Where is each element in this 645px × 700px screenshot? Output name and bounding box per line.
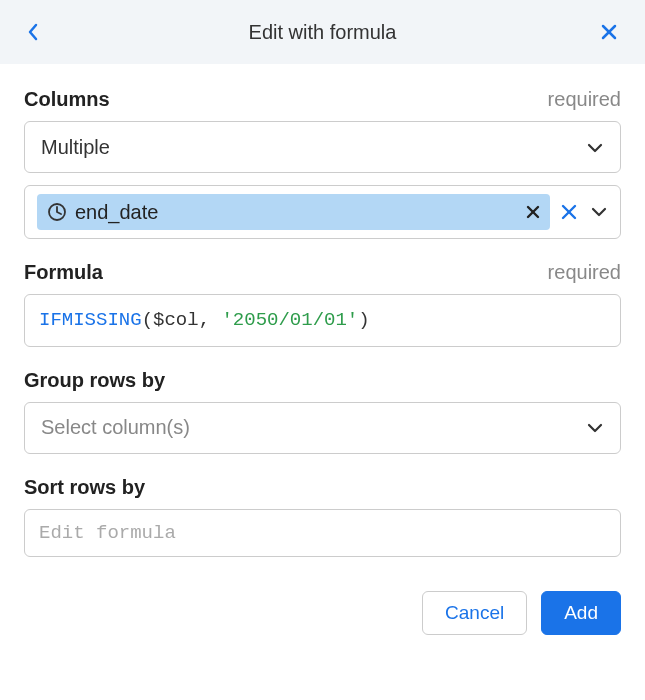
chevron-down-icon: [586, 416, 604, 439]
group-label: Group rows by: [24, 369, 165, 392]
close-button[interactable]: [599, 22, 619, 42]
sort-editor-wrapper: [24, 509, 621, 557]
formula-label: Formula: [24, 261, 103, 284]
column-chip-label: end_date: [75, 201, 518, 224]
formula-editor[interactable]: IFMISSING($col, '2050/01/01'): [24, 294, 621, 347]
token-string: '2050/01/01': [221, 309, 358, 331]
chevron-down-icon: [590, 206, 608, 218]
sort-section: Sort rows by: [24, 476, 621, 557]
dialog-header: Edit with formula: [0, 0, 645, 64]
formula-section: Formula required IFMISSING($col, '2050/0…: [24, 261, 621, 347]
close-icon: [599, 22, 619, 42]
chip-remove-button[interactable]: [526, 205, 540, 219]
clear-selection-button[interactable]: [560, 203, 578, 221]
columns-chip-input[interactable]: end_date: [24, 185, 621, 239]
token-function: IFMISSING: [39, 309, 142, 331]
columns-required: required: [548, 88, 621, 111]
columns-mode-select[interactable]: Multiple: [24, 121, 621, 173]
close-icon: [526, 205, 540, 219]
token-paren-close: ): [358, 309, 369, 331]
columns-dropdown-toggle[interactable]: [590, 206, 608, 218]
clock-icon: [47, 202, 67, 222]
back-button[interactable]: [26, 21, 40, 43]
close-icon: [560, 203, 578, 221]
group-placeholder: Select column(s): [41, 416, 190, 439]
chevron-down-icon: [586, 136, 604, 159]
formula-required: required: [548, 261, 621, 284]
dialog-footer: Cancel Add: [24, 579, 621, 635]
dialog-title: Edit with formula: [249, 21, 397, 44]
columns-label: Columns: [24, 88, 110, 111]
column-chip: end_date: [37, 194, 550, 230]
group-select[interactable]: Select column(s): [24, 402, 621, 454]
sort-label: Sort rows by: [24, 476, 145, 499]
token-paren-open: (: [142, 309, 153, 331]
cancel-button[interactable]: Cancel: [422, 591, 527, 635]
chevron-left-icon: [26, 21, 40, 43]
token-variable: $col: [153, 309, 199, 331]
columns-section: Columns required Multiple end_date: [24, 88, 621, 239]
add-button[interactable]: Add: [541, 591, 621, 635]
dialog-body: Columns required Multiple end_date: [0, 64, 645, 659]
sort-formula-input[interactable]: [39, 522, 606, 544]
group-section: Group rows by Select column(s): [24, 369, 621, 454]
columns-mode-value: Multiple: [41, 136, 110, 159]
token-comma: ,: [199, 309, 222, 331]
